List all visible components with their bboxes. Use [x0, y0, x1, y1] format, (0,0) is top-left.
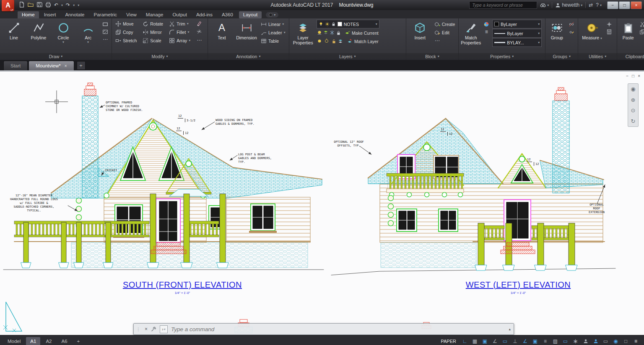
layer-on-icon[interactable] — [317, 37, 323, 44]
panel-label-groups[interactable]: Groups▾ — [545, 53, 578, 60]
transparency-icon[interactable]: ▨ — [551, 337, 560, 345]
lineweight-display-icon[interactable]: ≡ — [540, 337, 550, 345]
panel-label-properties[interactable]: Properties▾ — [459, 53, 545, 60]
ribbon-display-toggle[interactable]: ▾ — [266, 12, 278, 18]
group-edit-icon[interactable] — [568, 28, 575, 35]
match-properties-button[interactable]: Match Properties — [461, 20, 480, 45]
tab-annotate[interactable]: Annotate — [61, 11, 88, 18]
clean-screen-icon[interactable]: □ — [621, 337, 631, 345]
doc-restore-icon[interactable]: □ — [632, 74, 634, 78]
navigation-wheel-icon[interactable]: ◉ — [631, 86, 635, 92]
cut-icon[interactable] — [639, 21, 644, 28]
object-snap-icon[interactable]: ▣ — [530, 337, 540, 345]
new-file-icon[interactable] — [19, 2, 25, 9]
layer-isolate-icon[interactable] — [323, 29, 329, 36]
tab-layout[interactable]: Layout — [239, 11, 262, 18]
model-tab[interactable]: Model — [3, 337, 25, 345]
linear-button[interactable]: Linear▾ — [260, 20, 286, 28]
search-input[interactable] — [469, 1, 537, 9]
layer-lock-icon[interactable] — [335, 29, 341, 36]
modify-more-icon[interactable]: ⋯ — [195, 36, 203, 44]
orbit-icon[interactable]: ↻ — [631, 118, 636, 124]
recent-commands-button[interactable]: ›▾ — [160, 325, 168, 333]
create-block-button[interactable]: Create — [434, 20, 456, 28]
polar-tracking-icon[interactable]: ∠ — [520, 337, 530, 345]
tab-view[interactable]: View — [122, 11, 141, 18]
tab-manage[interactable]: Manage — [142, 11, 168, 18]
table-button[interactable]: Table — [260, 37, 286, 45]
linetype-dropdown[interactable]: ByLayer ▾ — [492, 29, 542, 38]
undo-icon[interactable]: ↶ — [54, 3, 58, 8]
edit-block-button[interactable]: Edit — [434, 28, 456, 36]
erase-icon[interactable] — [195, 20, 203, 27]
paste-button[interactable]: Paste — [620, 20, 636, 40]
array-button[interactable]: Array▾ — [168, 36, 191, 44]
signin-user[interactable]: hewetth ▾ — [555, 2, 582, 8]
file-tab-start[interactable]: Start — [3, 61, 28, 70]
paper-space-toggle[interactable]: PAPER — [438, 339, 460, 344]
lineweight-dropdown[interactable]: BYLAY... ▾ — [492, 38, 542, 47]
object-color-dropdown[interactable]: ByLayer ▾ — [492, 20, 542, 28]
qat-customize-icon[interactable]: ▾ — [78, 3, 79, 7]
layer-unlock-icon[interactable] — [330, 37, 337, 44]
search-binoculars-icon[interactable]: ▾ — [540, 2, 549, 8]
command-line[interactable]: ⋮ × ›▾ ▴ — [133, 323, 514, 335]
command-grip-icon[interactable]: ⋮ — [134, 327, 142, 332]
circle-button[interactable]: Circle ▾ — [52, 20, 75, 44]
layout-tab-a6[interactable]: A6 — [57, 337, 71, 345]
layer-freeze-icon[interactable] — [329, 29, 335, 36]
open-file-icon[interactable] — [28, 2, 34, 9]
close-button[interactable]: × — [631, 1, 642, 9]
measure-button[interactable]: Measure ▾ — [581, 20, 603, 40]
make-current-button[interactable]: Make Current — [343, 29, 379, 37]
west-elevation-drawing[interactable] — [331, 88, 615, 275]
text-button[interactable]: A Text — [210, 20, 233, 40]
leader-button[interactable]: Leader▾ — [260, 28, 286, 36]
new-layout-button[interactable]: + — [73, 337, 84, 345]
draw-more-icon[interactable]: ⋯ — [101, 36, 109, 43]
dimension-button[interactable]: Dimension — [235, 20, 258, 40]
tab-insert[interactable]: Insert — [40, 11, 60, 18]
tab-parametric[interactable]: Parametric — [90, 11, 122, 18]
ungroup-icon[interactable] — [568, 21, 575, 28]
ortho-mode-icon[interactable]: ⊥ — [510, 337, 520, 345]
command-input[interactable] — [170, 326, 509, 333]
scale-button[interactable]: Scale — [142, 36, 164, 44]
drawing-area[interactable]: OPTIONAL FRAMED CHIMNEY W/ CULTURED STON… — [0, 70, 644, 335]
save-icon[interactable] — [36, 2, 42, 9]
drafting-symbol[interactable] — [3, 302, 22, 332]
doc-minimize-icon[interactable]: − — [626, 74, 628, 78]
search-chevron-icon[interactable]: ▾ — [547, 3, 549, 7]
panel-label-utilities[interactable]: Utilities▾ — [578, 53, 617, 60]
panel-label-block[interactable]: Block▾ — [406, 53, 459, 60]
user-presence-icon[interactable] — [591, 337, 600, 345]
copy-clip-icon[interactable] — [639, 28, 644, 35]
drafting-settings-icon[interactable]: ∟ — [460, 337, 470, 345]
zoom-icon[interactable]: ⊙ — [631, 107, 636, 113]
selection-cycling-icon[interactable]: ▭ — [561, 337, 570, 345]
rotate-button[interactable]: Rotate — [142, 20, 164, 28]
help-button[interactable]: ?▾ — [596, 2, 602, 8]
redo-icon[interactable]: ↷ — [66, 3, 70, 8]
redo-chevron-icon[interactable]: ▾ — [73, 3, 75, 7]
panel-label-annotation[interactable]: Annotation▾ — [208, 53, 289, 60]
plot-icon[interactable] — [45, 2, 51, 9]
layout-tab-a2[interactable]: A2 — [42, 337, 56, 345]
south-elevation-drawing[interactable] — [3, 83, 324, 270]
tab-output[interactable]: Output — [168, 11, 191, 18]
doc-close-icon[interactable]: × — [638, 74, 640, 78]
tab-a360[interactable]: A360 — [218, 11, 237, 18]
fillet-button[interactable]: Fillet▾ — [168, 28, 191, 36]
infer-constraints-icon[interactable]: ∠ — [490, 337, 500, 345]
command-history-icon[interactable]: ▴ — [509, 327, 514, 331]
minimize-button[interactable]: − — [607, 1, 618, 9]
exchange-apps-icon[interactable]: ⇄ — [589, 2, 593, 8]
polyline-button[interactable]: Polyline — [27, 20, 50, 40]
close-tab-icon[interactable]: × — [65, 64, 67, 68]
layer-off-icon[interactable] — [317, 29, 322, 36]
layer-thaw-icon[interactable] — [323, 37, 330, 44]
dynamic-input-icon[interactable]: ▭ — [500, 337, 510, 345]
mirror-button[interactable]: Mirror — [142, 28, 164, 36]
layer-dropdown[interactable]: NOTES ▾ — [317, 20, 379, 28]
copy-button[interactable]: Copy — [114, 28, 138, 36]
